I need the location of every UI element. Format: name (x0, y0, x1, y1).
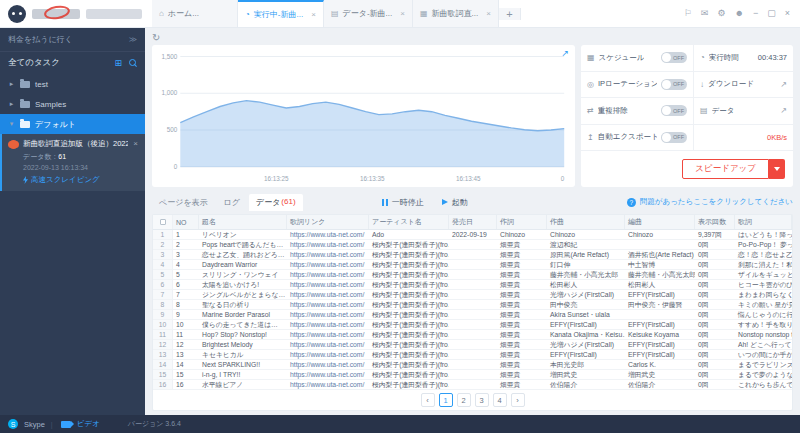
all-tasks-header[interactable]: 全てのタスク ⊞ (0, 52, 145, 74)
chevron-right-icon: ▸ (8, 100, 15, 108)
info-dedup[interactable]: ▤データ↗ (694, 98, 793, 124)
task-close-icon[interactable]: × (133, 139, 138, 148)
cell-view-count: 0回 (695, 370, 735, 379)
info-ip-rotation[interactable]: ↓ダウンロード↗ (694, 72, 793, 98)
cell-lyrics: すすめ！手を取り合って… (735, 320, 792, 329)
page-button-1[interactable]: 1 (439, 393, 453, 407)
row-index: 6 (153, 280, 173, 289)
tab-0[interactable]: ⌂ホーム... (152, 0, 238, 27)
pause-button[interactable]: 一時停止 (382, 197, 424, 208)
tab-close-icon[interactable]: × (307, 10, 316, 19)
cell-arranger (625, 240, 695, 249)
settings-gear-icon[interactable]: ⚙ (717, 9, 725, 18)
skype-icon[interactable]: S (8, 419, 18, 429)
page-button-4[interactable]: 4 (493, 393, 507, 407)
table-row[interactable]: 1414Next SPARKLING!!https://www.uta-net.… (153, 360, 792, 370)
table-row[interactable]: 66太陽を追いかけろ!https://www.uta-net.com/桜内梨子(… (153, 280, 792, 290)
table-row[interactable]: 55スリリング・ワンウェイhttps://www.uta-net.com/桜内梨… (153, 270, 792, 280)
minimize-icon[interactable]: − (753, 9, 758, 18)
maximize-icon[interactable]: ▢ (767, 9, 776, 18)
home-icon: ⌂ (159, 9, 164, 18)
tab-3[interactable]: ▦新曲歌詞直...× (413, 0, 499, 27)
cell-arranger: 中土智博 (625, 260, 695, 269)
task-data-count-value: 61 (58, 153, 66, 160)
table-row[interactable]: 33恋せよ乙女、踊れおどろ…https://www.uta-net.com/桜内… (153, 250, 792, 260)
user-account-icon[interactable]: ☻ (734, 9, 743, 18)
speed-up-dropdown[interactable] (769, 159, 785, 179)
toggle-auto-export[interactable]: OFF (661, 132, 687, 143)
open-download-icon[interactable]: ↗ (780, 80, 787, 89)
view-tab-0[interactable]: ページを表示 (152, 194, 215, 211)
view-tab-2[interactable]: データ(61) (249, 194, 303, 211)
cell-view-count: 0回 (695, 350, 735, 359)
task-mode-link[interactable]: 高速スクレイピング (9, 175, 138, 185)
help-link[interactable]: ? 問題があったらここをクリックしてください (627, 197, 793, 207)
table-row[interactable]: 1212Brightest Melodyhttps://www.uta-net.… (153, 340, 792, 350)
setting-label: IPローテーション (598, 79, 657, 89)
info-auto-export[interactable]: 0KB/s (694, 125, 793, 151)
tab-1[interactable]: ◔実行中-新曲...× (238, 0, 324, 27)
expand-chart-icon[interactable]: ↗ (561, 48, 569, 58)
sidebar-group-2[interactable]: ▾デフォルト (0, 114, 145, 134)
task-actions: ⊞ (114, 58, 137, 68)
table-row[interactable]: 1313キセキヒカルhttps://www.uta-net.com/桜内梨子(逢… (153, 350, 792, 360)
cell-lyrics: いつの間にか手がつない… (735, 350, 792, 359)
table-row[interactable]: 88聖なる日の祈りhttps://www.uta-net.com/桜内梨子(逢田… (153, 300, 792, 310)
mail-icon[interactable]: ✉ (701, 9, 709, 18)
toggle-schedule[interactable]: OFF (661, 52, 687, 63)
table-row[interactable]: 11リベリオンhttps://www.uta-net.com/Ado2022-0… (153, 230, 792, 240)
view-tabs: ページを表示ログデータ(61) (152, 194, 303, 211)
search-icon[interactable] (129, 59, 137, 67)
new-tab-button[interactable]: + (499, 8, 521, 20)
cell-no: 14 (173, 360, 199, 369)
task-card[interactable]: 新曲歌詞直追加版（後追）2022/09/18～20... × データ数：61 2… (0, 134, 145, 191)
announcement-icon[interactable]: ⚐ (684, 9, 692, 18)
toggle-ip-rotation[interactable]: OFF (661, 79, 687, 90)
refresh-icon[interactable]: ↻ (152, 33, 160, 43)
video-label[interactable]: ビデオ (77, 419, 100, 429)
new-task-icon[interactable]: ⊞ (114, 58, 122, 68)
open-data-icon[interactable]: ↗ (780, 106, 787, 115)
info-schedule[interactable]: ◔実行時間00:43:37 (694, 45, 793, 71)
sidebar-group-1[interactable]: ▸Samples (0, 94, 145, 114)
toggle-dedup[interactable]: OFF (661, 105, 687, 116)
cell-title: 僕らの走ってきた道は… (199, 320, 287, 329)
cell-lyrics-link: https://www.uta-net.com/ (287, 300, 369, 309)
tab-close-icon[interactable]: × (396, 9, 405, 18)
tab-close-icon[interactable]: × (482, 9, 491, 18)
cell-arranger: Keisuke Koyama (625, 330, 695, 339)
cell-title: Hop? Stop? Nonstop! (199, 330, 287, 339)
cell-release-date (449, 360, 497, 369)
table-row[interactable]: 1010僕らの走ってきた道は…https://www.uta-net.com/桜… (153, 320, 792, 330)
prev-page-button[interactable]: ‹ (421, 393, 435, 407)
info-label: 実行時間 (709, 53, 739, 63)
start-button[interactable]: 起動 (442, 197, 468, 208)
setting-schedule: ▦スケジュールOFF (581, 45, 694, 71)
cell-composer: 渡辺和紀 (547, 240, 625, 249)
next-page-button[interactable]: › (511, 393, 525, 407)
upgrade-link[interactable]: 料金を払うに行く ≫ (0, 28, 145, 52)
table-row[interactable]: 22Pops heartで踊るんだも…https://www.uta-net.c… (153, 240, 792, 250)
folder-icon (20, 81, 30, 88)
cell-release-date (449, 320, 497, 329)
table-row[interactable]: 99Marine Border Parasolhttps://www.uta-n… (153, 310, 792, 320)
video-icon[interactable] (61, 421, 71, 428)
skype-label[interactable]: Skype (24, 420, 45, 429)
page-button-3[interactable]: 3 (475, 393, 489, 407)
speed-up-button[interactable]: スピードアップ (682, 159, 769, 179)
page-button-2[interactable]: 2 (457, 393, 471, 407)
tab-2[interactable]: ▤データ-新曲...× (324, 0, 413, 27)
view-tab-1[interactable]: ログ (217, 194, 247, 211)
table-row[interactable]: 1515i-n-g, I TRY!!https://www.uta-net.co… (153, 370, 792, 380)
sidebar-group-0[interactable]: ▸test (0, 74, 145, 94)
table-row[interactable]: 77ジングルベルがとまらな…https://www.uta-net.com/桜内… (153, 290, 792, 300)
select-all-checkbox[interactable] (160, 219, 166, 225)
table-row[interactable]: 44Daydream Warriorhttps://www.uta-net.co… (153, 260, 792, 270)
tab-label: 実行中-新曲... (254, 9, 303, 20)
table-row[interactable]: 1111Hop? Stop? Nonstop!https://www.uta-n… (153, 330, 792, 340)
close-icon[interactable]: × (785, 9, 790, 18)
cell-arranger: 田中俊亮・伊藤賢 (625, 300, 695, 309)
cell-view-count: 0回 (695, 260, 735, 269)
cell-no: 16 (173, 380, 199, 389)
table-row[interactable]: 1616水平線ピアノhttps://www.uta-net.com/桜内梨子(逢… (153, 380, 792, 390)
